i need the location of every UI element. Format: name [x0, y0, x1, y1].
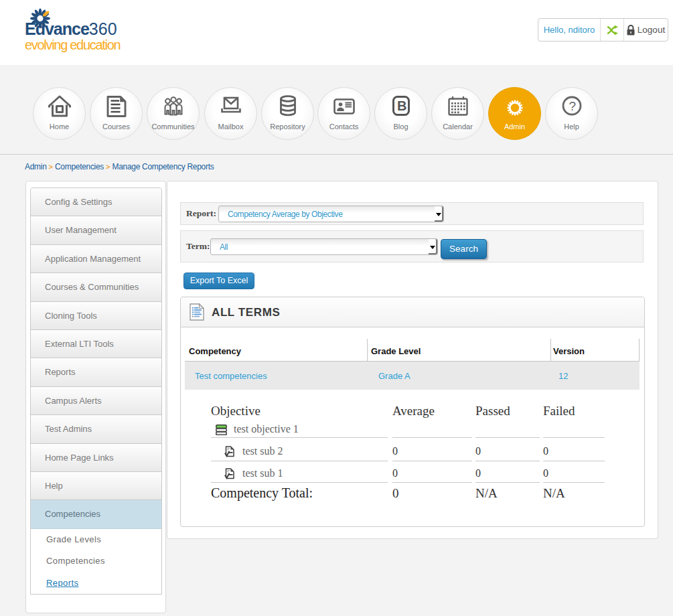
- svg-text:B: B: [397, 98, 406, 113]
- svg-text:Edvance360: Edvance360: [25, 19, 117, 38]
- svg-text:evolving education: evolving education: [25, 37, 120, 52]
- svg-text:?: ?: [569, 99, 576, 113]
